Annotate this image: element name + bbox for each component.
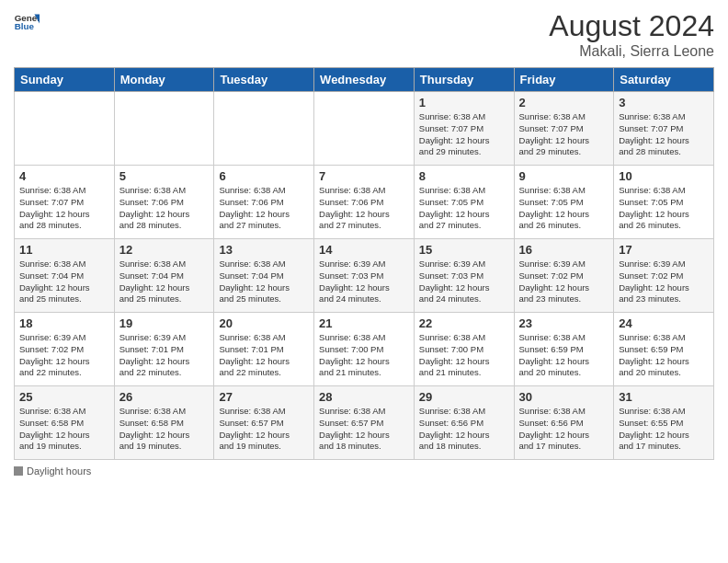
day-info: Sunrise: 6:38 AM Sunset: 6:59 PM Dayligh… (619, 332, 709, 379)
legend-item: Daylight hours (14, 465, 91, 477)
calendar-cell: 8Sunrise: 6:38 AM Sunset: 7:05 PM Daylig… (414, 166, 514, 239)
weekday-header: Wednesday (314, 68, 415, 92)
calendar-cell (314, 92, 415, 166)
calendar-cell: 29Sunrise: 6:38 AM Sunset: 6:56 PM Dayli… (414, 386, 514, 460)
day-number: 9 (519, 169, 609, 183)
calendar-table: SundayMondayTuesdayWednesdayThursdayFrid… (14, 67, 714, 460)
day-number: 31 (619, 390, 709, 404)
page: General Blue August 2024 Makali, Sierra … (0, 0, 728, 563)
calendar-cell: 2Sunrise: 6:38 AM Sunset: 7:07 PM Daylig… (514, 92, 614, 166)
day-number: 8 (419, 169, 509, 183)
day-info: Sunrise: 6:38 AM Sunset: 7:04 PM Dayligh… (19, 259, 109, 305)
day-number: 2 (519, 96, 609, 109)
calendar-week-row: 11Sunrise: 6:38 AM Sunset: 7:04 PM Dayli… (15, 239, 714, 313)
day-number: 19 (119, 316, 210, 330)
day-info: Sunrise: 6:38 AM Sunset: 6:58 PM Dayligh… (119, 406, 210, 453)
day-number: 15 (419, 243, 509, 257)
calendar-cell: 30Sunrise: 6:38 AM Sunset: 6:56 PM Dayli… (514, 386, 614, 460)
calendar-cell: 27Sunrise: 6:38 AM Sunset: 6:57 PM Dayli… (214, 386, 314, 460)
day-number: 28 (319, 390, 409, 404)
day-info: Sunrise: 6:38 AM Sunset: 7:05 PM Dayligh… (419, 185, 509, 232)
day-info: Sunrise: 6:38 AM Sunset: 7:04 PM Dayligh… (119, 259, 210, 305)
day-number: 1 (419, 96, 509, 109)
day-info: Sunrise: 6:39 AM Sunset: 7:03 PM Dayligh… (319, 259, 409, 305)
day-number: 6 (219, 169, 309, 183)
calendar-cell: 17Sunrise: 6:39 AM Sunset: 7:02 PM Dayli… (614, 239, 714, 313)
calendar-week-row: 25Sunrise: 6:38 AM Sunset: 6:58 PM Dayli… (15, 386, 714, 460)
logo-icon: General Blue (14, 9, 40, 35)
day-info: Sunrise: 6:38 AM Sunset: 7:06 PM Dayligh… (319, 185, 409, 232)
day-info: Sunrise: 6:38 AM Sunset: 7:00 PM Dayligh… (419, 332, 509, 379)
calendar-cell: 18Sunrise: 6:39 AM Sunset: 7:02 PM Dayli… (15, 313, 115, 386)
calendar-cell: 1Sunrise: 6:38 AM Sunset: 7:07 PM Daylig… (414, 92, 514, 166)
day-info: Sunrise: 6:38 AM Sunset: 7:05 PM Dayligh… (519, 185, 609, 232)
day-number: 30 (519, 390, 609, 404)
calendar-week-row: 18Sunrise: 6:39 AM Sunset: 7:02 PM Dayli… (15, 313, 714, 386)
day-info: Sunrise: 6:39 AM Sunset: 7:02 PM Dayligh… (619, 259, 709, 305)
calendar-cell: 23Sunrise: 6:38 AM Sunset: 6:59 PM Dayli… (514, 313, 614, 386)
calendar-cell: 31Sunrise: 6:38 AM Sunset: 6:55 PM Dayli… (614, 386, 714, 460)
calendar-cell: 15Sunrise: 6:39 AM Sunset: 7:03 PM Dayli… (414, 239, 514, 313)
calendar-cell: 10Sunrise: 6:38 AM Sunset: 7:05 PM Dayli… (614, 166, 714, 239)
calendar-week-row: 1Sunrise: 6:38 AM Sunset: 7:07 PM Daylig… (15, 92, 714, 166)
calendar-cell: 4Sunrise: 6:38 AM Sunset: 7:07 PM Daylig… (15, 166, 115, 239)
calendar-cell: 9Sunrise: 6:38 AM Sunset: 7:05 PM Daylig… (514, 166, 614, 239)
calendar-cell: 5Sunrise: 6:38 AM Sunset: 7:06 PM Daylig… (114, 166, 214, 239)
calendar-cell: 24Sunrise: 6:38 AM Sunset: 6:59 PM Dayli… (614, 313, 714, 386)
calendar-cell: 12Sunrise: 6:38 AM Sunset: 7:04 PM Dayli… (114, 239, 214, 313)
day-number: 23 (519, 316, 609, 330)
calendar-cell: 14Sunrise: 6:39 AM Sunset: 7:03 PM Dayli… (314, 239, 415, 313)
day-info: Sunrise: 6:38 AM Sunset: 6:57 PM Dayligh… (319, 406, 409, 453)
calendar-cell: 26Sunrise: 6:38 AM Sunset: 6:58 PM Dayli… (114, 386, 214, 460)
calendar-cell: 28Sunrise: 6:38 AM Sunset: 6:57 PM Dayli… (314, 386, 415, 460)
calendar-cell: 19Sunrise: 6:39 AM Sunset: 7:01 PM Dayli… (114, 313, 214, 386)
day-info: Sunrise: 6:38 AM Sunset: 7:07 PM Dayligh… (519, 111, 609, 158)
day-info: Sunrise: 6:38 AM Sunset: 6:55 PM Dayligh… (619, 406, 709, 453)
day-info: Sunrise: 6:38 AM Sunset: 7:05 PM Dayligh… (619, 185, 709, 232)
day-info: Sunrise: 6:39 AM Sunset: 7:02 PM Dayligh… (519, 259, 609, 305)
day-info: Sunrise: 6:38 AM Sunset: 6:57 PM Dayligh… (219, 406, 309, 453)
day-info: Sunrise: 6:38 AM Sunset: 7:07 PM Dayligh… (619, 111, 709, 158)
calendar-cell: 3Sunrise: 6:38 AM Sunset: 7:07 PM Daylig… (614, 92, 714, 166)
calendar-cell (114, 92, 214, 166)
weekday-header: Friday (514, 68, 614, 92)
weekday-header-row: SundayMondayTuesdayWednesdayThursdayFrid… (15, 68, 714, 92)
day-number: 10 (619, 169, 709, 183)
day-number: 7 (319, 169, 409, 183)
day-info: Sunrise: 6:39 AM Sunset: 7:03 PM Dayligh… (419, 259, 509, 305)
day-info: Sunrise: 6:38 AM Sunset: 6:58 PM Dayligh… (19, 406, 109, 453)
day-info: Sunrise: 6:39 AM Sunset: 7:01 PM Dayligh… (119, 332, 210, 379)
day-info: Sunrise: 6:38 AM Sunset: 7:07 PM Dayligh… (19, 185, 109, 232)
legend: Daylight hours (14, 465, 714, 477)
day-info: Sunrise: 6:38 AM Sunset: 7:00 PM Dayligh… (319, 332, 409, 379)
legend-dot (14, 466, 23, 476)
weekday-header: Tuesday (214, 68, 314, 92)
weekday-header: Saturday (614, 68, 714, 92)
day-info: Sunrise: 6:38 AM Sunset: 7:06 PM Dayligh… (219, 185, 309, 232)
weekday-header: Sunday (15, 68, 115, 92)
calendar-cell: 21Sunrise: 6:38 AM Sunset: 7:00 PM Dayli… (314, 313, 415, 386)
day-number: 17 (619, 243, 709, 257)
day-number: 3 (619, 96, 709, 109)
calendar-cell: 16Sunrise: 6:39 AM Sunset: 7:02 PM Dayli… (514, 239, 614, 313)
header: General Blue August 2024 Makali, Sierra … (14, 9, 714, 60)
calendar-week-row: 4Sunrise: 6:38 AM Sunset: 7:07 PM Daylig… (15, 166, 714, 239)
day-number: 13 (219, 243, 309, 257)
day-number: 4 (19, 169, 109, 183)
logo: General Blue (14, 9, 40, 35)
day-number: 22 (419, 316, 509, 330)
day-number: 5 (119, 169, 210, 183)
location: Makali, Sierra Leone (549, 43, 714, 60)
calendar-cell: 25Sunrise: 6:38 AM Sunset: 6:58 PM Dayli… (15, 386, 115, 460)
calendar-cell: 6Sunrise: 6:38 AM Sunset: 7:06 PM Daylig… (214, 166, 314, 239)
day-number: 24 (619, 316, 709, 330)
day-number: 20 (219, 316, 309, 330)
calendar-cell: 11Sunrise: 6:38 AM Sunset: 7:04 PM Dayli… (15, 239, 115, 313)
day-info: Sunrise: 6:38 AM Sunset: 7:06 PM Dayligh… (119, 185, 210, 232)
day-number: 14 (319, 243, 409, 257)
day-number: 21 (319, 316, 409, 330)
day-info: Sunrise: 6:39 AM Sunset: 7:02 PM Dayligh… (19, 332, 109, 379)
calendar-cell: 22Sunrise: 6:38 AM Sunset: 7:00 PM Dayli… (414, 313, 514, 386)
calendar-cell: 13Sunrise: 6:38 AM Sunset: 7:04 PM Dayli… (214, 239, 314, 313)
title-block: August 2024 Makali, Sierra Leone (549, 9, 714, 60)
